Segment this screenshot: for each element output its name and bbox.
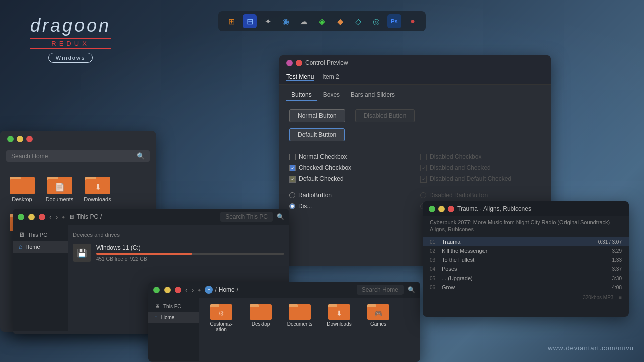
track-item[interactable]: 02 Kill the Messenger 3:29 xyxy=(423,246,629,255)
fm-icon-label: Downloads xyxy=(327,321,351,327)
fm-icon-label: Downloads xyxy=(84,196,111,202)
default-checkbox[interactable]: ✓ xyxy=(289,176,296,183)
fm2-close-btn[interactable] xyxy=(39,214,45,220)
drive-size: 451 GB free of 922 GB xyxy=(96,256,284,262)
list-item[interactable]: 📄 Documents xyxy=(41,169,78,206)
drive-item[interactable]: 💾 Windows 11 (C:) 451 GB free of 922 GB xyxy=(73,242,284,264)
track-item[interactable]: 06 Grow 4:08 xyxy=(423,283,629,292)
fm1-minimize-btn[interactable] xyxy=(17,136,23,142)
fm1-search-text: Search Home xyxy=(11,153,133,160)
fm2-minimize-btn[interactable] xyxy=(28,214,35,220)
track-item[interactable]: 03 To the Fullest 1:33 xyxy=(423,255,629,264)
quality-text: 320kbps MP3 xyxy=(583,295,613,300)
forward-button[interactable]: › xyxy=(56,213,58,221)
svg-text:📄: 📄 xyxy=(55,182,65,192)
back-button[interactable]: ‹ xyxy=(49,213,52,221)
svg-rect-2 xyxy=(10,179,35,194)
taskbar-icon-settings[interactable]: ✦ xyxy=(261,14,275,28)
track-duration: 1:33 xyxy=(612,257,622,263)
checkbox-col-left: Normal Checkbox ✓ Checked Checkbox ✓ Def… xyxy=(289,153,410,187)
svg-text:🎮: 🎮 xyxy=(374,309,383,318)
ctrl-menu-testmenu[interactable]: Test Menu xyxy=(286,73,314,81)
fm2-search[interactable]: Search This PC xyxy=(220,212,273,222)
fm3-close-btn[interactable] xyxy=(175,287,181,293)
music-minimize-btn[interactable] xyxy=(438,206,445,212)
fm1-search-bar[interactable]: Search Home 🔍 xyxy=(6,150,150,162)
fm1-titlebar xyxy=(0,131,156,147)
taskbar-icon-grid[interactable]: ⊞ xyxy=(224,14,238,28)
sidebar-item-thispc[interactable]: 🖥 This PC xyxy=(148,301,199,312)
music-titlebar: Trauma - Aligns, Rubicones xyxy=(423,201,629,216)
checkbox-col-right: Disabled Checkbox ✓ Disabled and Checked… xyxy=(420,153,541,187)
logo-area: dragoon REDUX Windows xyxy=(30,15,111,63)
taskbar-icon-chrome2[interactable]: ◎ xyxy=(369,14,383,28)
music-close-btn[interactable] xyxy=(448,206,454,212)
normal-checkbox-row: Normal Checkbox xyxy=(289,153,410,160)
list-item[interactable]: Desktop xyxy=(243,301,278,327)
normal-checkbox[interactable] xyxy=(289,154,296,160)
track-item[interactable]: 01 Trauma 0:31 / 3:07 xyxy=(423,237,629,246)
track-item[interactable]: 04 Poses 3:37 xyxy=(423,264,629,274)
disabled-checked-row: ✓ Disabled and Checked xyxy=(420,164,541,171)
checked-checkbox[interactable]: ✓ xyxy=(289,165,296,171)
radio-button-2[interactable] xyxy=(289,203,295,209)
taskbar-icon-windows[interactable]: ⊟ xyxy=(243,14,257,28)
list-item[interactable]: Documents xyxy=(282,301,317,327)
track-duration: 0:31 / 3:07 xyxy=(598,239,622,245)
fm1-close-btn[interactable] xyxy=(26,136,33,142)
breadcrumb-home: Home xyxy=(219,286,235,293)
list-item[interactable]: ⚙ Customiz-ation xyxy=(204,301,239,332)
fm2-maximize-btn[interactable] xyxy=(18,214,24,220)
track-item[interactable]: 05 ... (Upgrade) 3:30 xyxy=(423,274,629,283)
fm3-minimize-btn[interactable] xyxy=(164,287,171,293)
svg-text:⬇: ⬇ xyxy=(336,309,342,317)
taskbar-icon-ps[interactable]: Ps xyxy=(387,14,401,28)
taskbar-icon-app3[interactable]: ● xyxy=(406,14,420,28)
music-player-window: Trauma - Aligns, Rubicones Cyberpunk 207… xyxy=(423,201,629,317)
taskbar-icon-steam[interactable]: ☁ xyxy=(297,14,311,28)
normal-button[interactable]: Normal Button xyxy=(289,109,345,122)
ctrl-button-row: Normal Button Disabled Button xyxy=(289,109,541,122)
ctrl-btn1[interactable] xyxy=(286,60,293,66)
taskbar-icon-app1[interactable]: ◆ xyxy=(333,14,347,28)
sidebar-item-home[interactable]: ⌂ Home xyxy=(148,312,199,323)
default-button[interactable]: Default Button xyxy=(289,128,345,141)
taskbar-icon-chrome[interactable]: ◉ xyxy=(279,14,293,28)
fm1-maximize-btn[interactable] xyxy=(7,136,14,142)
track-number: 01 xyxy=(430,239,438,245)
radio-button[interactable] xyxy=(289,192,295,198)
fm3-body: 🖥 This PC ⌂ Home ⚙ Customiz-ation Deskto… xyxy=(148,298,420,361)
fm3-maximize-btn[interactable] xyxy=(153,287,160,293)
forward-button[interactable]: › xyxy=(192,286,194,294)
list-item[interactable]: ⬇ Downloads xyxy=(78,169,116,206)
track-name: Poses xyxy=(442,266,608,272)
fm-icon-label: Documents xyxy=(46,196,74,202)
back-button[interactable]: ‹ xyxy=(185,286,188,294)
list-item[interactable]: Desktop xyxy=(3,169,41,206)
thispc-icon: 🖥 xyxy=(19,231,25,238)
tab-boxes[interactable]: Boxes xyxy=(318,89,345,101)
radio-row2: Dis... xyxy=(289,203,410,210)
radio-col-left: RadioButton Dis... xyxy=(289,192,410,214)
sidebar-item-thispc[interactable]: 🖥 This PC xyxy=(13,229,68,241)
breadcrumb-sep: / xyxy=(100,213,102,220)
list-item[interactable]: ⬇ Downloads xyxy=(321,301,357,327)
ctrl-close-btn[interactable] xyxy=(296,60,302,66)
spacer2 xyxy=(289,187,541,192)
tab-buttons[interactable]: Buttons xyxy=(286,89,317,101)
playlist-icon: ≡ xyxy=(619,295,622,300)
search-icon: 🔍 xyxy=(277,213,284,220)
ctrl-title: Control Preview xyxy=(305,59,544,66)
list-item[interactable]: 🎮 Games xyxy=(361,301,396,327)
music-maximize-btn[interactable] xyxy=(429,206,435,212)
ctrl-menu-item2[interactable]: Item 2 xyxy=(322,73,339,81)
fm3-icons: ⚙ Customiz-ation Desktop Documents ⬇ xyxy=(199,298,420,361)
taskbar-icon-game[interactable]: ◈ xyxy=(315,14,329,28)
track-number: 05 xyxy=(430,276,438,281)
tab-bars[interactable]: Bars and Sliders xyxy=(346,89,400,101)
taskbar-icon-app2[interactable]: ◇ xyxy=(351,14,365,28)
disabled-default-checkbox: ✓ xyxy=(420,176,427,183)
disabled-default-row: ✓ Disabled and Default Checked xyxy=(420,175,541,183)
fm3-search[interactable]: Search Home xyxy=(357,285,404,295)
sidebar-item-home[interactable]: ⌂ Home xyxy=(13,241,68,253)
